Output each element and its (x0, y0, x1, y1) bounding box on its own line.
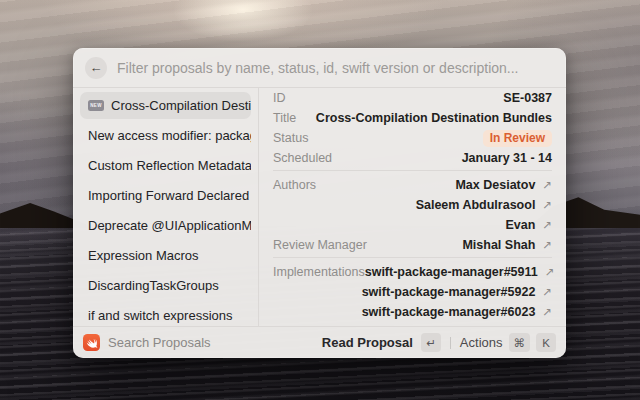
detail-row-title: Title Cross-Compilation Destination Bund… (273, 108, 552, 128)
detail-row-author-3[interactable]: Evan ↗ (273, 215, 552, 235)
arrow-up-right-icon: ↗ (542, 238, 552, 252)
field-value: SE-0387 (503, 91, 552, 105)
detail-row-implementation-3[interactable]: swift-package-manager#6023 ↗ (273, 302, 552, 322)
review-manager-link[interactable]: Mishal Shah (462, 238, 535, 252)
field-label: Title (273, 111, 296, 125)
field-label: Review Manager (273, 238, 367, 252)
field-value: January 31 - 14 (462, 151, 552, 165)
footer-divider (450, 337, 451, 349)
proposal-list: NEW Cross-Compilation Destinatio... New … (73, 88, 259, 326)
list-item-label: Deprecate @UIApplicationMain a... (88, 218, 251, 233)
field-label: Implementations (273, 265, 365, 279)
list-item-label: Custom Reflection Metadata (88, 158, 251, 173)
list-item-label: if and switch expressions (88, 308, 233, 323)
return-key-icon[interactable]: ↵ (421, 333, 441, 352)
implementation-link[interactable]: swift-package-manager#5911 (365, 265, 538, 279)
section-divider (273, 170, 552, 171)
back-arrow-icon: ← (90, 60, 103, 75)
detail-row-scheduled: Scheduled January 31 - 14 (273, 148, 552, 168)
search-input[interactable] (117, 60, 554, 76)
footer-bar: Search Proposals Read Proposal ↵ Actions… (73, 326, 566, 358)
detail-panel: ID SE-0387 Title Cross-Compilation Desti… (259, 88, 566, 326)
list-item-if-switch-expressions[interactable]: if and switch expressions (80, 302, 251, 326)
command-key-icon[interactable]: ⌘ (509, 333, 531, 352)
list-item-cross-compilation[interactable]: NEW Cross-Compilation Destinatio... (80, 92, 251, 119)
detail-row-id: ID SE-0387 (273, 88, 552, 108)
field-label: Authors (273, 178, 316, 192)
list-item-reflection-metadata[interactable]: Custom Reflection Metadata (80, 152, 251, 179)
list-item-expression-macros[interactable]: Expression Macros (80, 242, 251, 269)
detail-row-implementation-1[interactable]: Implementations swift-package-manager#59… (273, 262, 552, 282)
arrow-up-right-icon: ↗ (542, 285, 552, 299)
field-label: ID (273, 91, 286, 105)
list-item-forward-declared[interactable]: Importing Forward Declared Obj... (80, 182, 251, 209)
list-item-package-modifier[interactable]: New access modifier: package (80, 122, 251, 149)
field-label: Status (273, 131, 308, 145)
read-proposal-button[interactable]: Read Proposal (322, 335, 413, 350)
detail-row-author-2[interactable]: Saleem Abdulrasool ↗ (273, 195, 552, 215)
back-button[interactable]: ← (85, 57, 107, 79)
arrow-up-right-icon: ↗ (542, 198, 552, 212)
author-link[interactable]: Max Desiatov (455, 178, 535, 192)
search-bar: ← (73, 48, 566, 88)
implementation-link[interactable]: swift-package-manager#5922 (362, 285, 536, 299)
section-divider (273, 257, 552, 258)
list-item-label: Importing Forward Declared Obj... (88, 188, 251, 203)
detail-row-status: Status In Review (273, 128, 552, 148)
list-item-deprecate-uiapplicationmain[interactable]: Deprecate @UIApplicationMain a... (80, 212, 251, 239)
arrow-up-right-icon: ↗ (545, 265, 555, 279)
footer-actions: Read Proposal ↵ Actions ⌘ K (322, 333, 556, 352)
list-item-discardingtaskgroups[interactable]: DiscardingTaskGroups (80, 272, 251, 299)
list-item-label: DiscardingTaskGroups (88, 278, 219, 293)
list-item-label: New access modifier: package (88, 128, 251, 143)
field-label: Scheduled (273, 151, 332, 165)
arrow-up-right-icon: ↗ (542, 218, 552, 232)
field-value: Cross-Compilation Destination Bundles (316, 111, 552, 125)
detail-row-author-1[interactable]: Authors Max Desiatov ↗ (273, 175, 552, 195)
implementation-link[interactable]: swift-package-manager#6023 (362, 305, 536, 319)
author-link[interactable]: Saleem Abdulrasool (416, 198, 536, 212)
app-label: Search Proposals (108, 335, 211, 350)
list-item-label: Expression Macros (88, 248, 199, 263)
status-badge: In Review (483, 130, 552, 147)
swift-icon (83, 334, 100, 351)
arrow-up-right-icon: ↗ (542, 305, 552, 319)
launcher-window: ← NEW Cross-Compilation Destinatio... Ne… (73, 48, 566, 358)
detail-row-implementation-2[interactable]: swift-package-manager#5922 ↗ (273, 282, 552, 302)
content-area: NEW Cross-Compilation Destinatio... New … (73, 88, 566, 326)
arrow-up-right-icon: ↗ (542, 178, 552, 192)
author-link[interactable]: Evan (505, 218, 535, 232)
detail-row-review-manager[interactable]: Review Manager Mishal Shah ↗ (273, 235, 552, 255)
new-badge-icon: NEW (88, 100, 104, 111)
k-key-icon[interactable]: K (536, 333, 556, 352)
list-item-label: Cross-Compilation Destinatio... (111, 98, 251, 113)
actions-button[interactable]: Actions (460, 335, 503, 350)
